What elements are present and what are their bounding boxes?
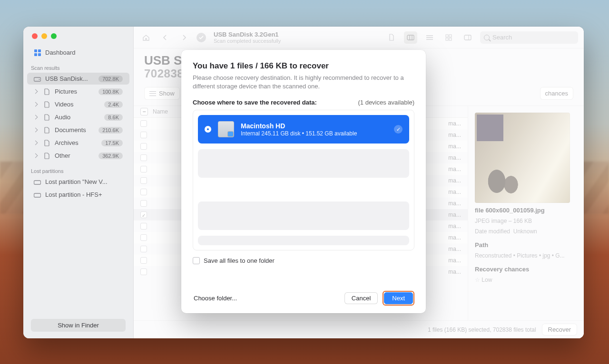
harddrive-icon bbox=[218, 121, 234, 137]
cancel-button[interactable]: Cancel bbox=[344, 292, 378, 304]
status-check-icon bbox=[196, 33, 206, 42]
sidebar-item-other[interactable]: Other 362.9K bbox=[27, 150, 129, 162]
file-icon bbox=[43, 126, 50, 134]
window-controls[interactable] bbox=[23, 33, 133, 47]
app-window: Dashboard Scan results USB SanDisk... 70… bbox=[23, 27, 584, 338]
destination-device-list: Macintosh HD Internal 245.11 GB disk • 1… bbox=[193, 110, 414, 250]
row-checkbox[interactable] bbox=[140, 177, 147, 184]
preview-filename: file 600x600_001059.jpg bbox=[475, 207, 577, 214]
chevron-right-icon bbox=[34, 115, 38, 120]
dialog-where-label: Choose where to save the recovered data: bbox=[193, 99, 317, 106]
row-checkbox[interactable] bbox=[140, 257, 147, 264]
destination-device[interactable]: Macintosh HD Internal 245.11 GB disk • 1… bbox=[198, 115, 409, 144]
row-checkbox[interactable] bbox=[140, 132, 147, 138]
forward-button[interactable] bbox=[177, 31, 191, 44]
row-tail: ma... bbox=[448, 257, 461, 264]
view-columns-button[interactable] bbox=[404, 31, 417, 44]
sidebar-dashboard[interactable]: Dashboard bbox=[27, 47, 129, 58]
search-icon bbox=[484, 35, 490, 40]
close-window-icon[interactable] bbox=[32, 33, 38, 39]
svg-rect-7 bbox=[446, 38, 448, 40]
sidebar-item-label: Audio bbox=[55, 114, 70, 121]
filter-chances[interactable]: chances bbox=[540, 87, 573, 100]
svg-rect-5 bbox=[446, 35, 448, 37]
status-bar: 1 files (166 KB) selected, 702838 files … bbox=[134, 320, 584, 338]
chevron-right-icon bbox=[34, 141, 38, 145]
row-checkbox[interactable] bbox=[140, 234, 147, 241]
toolbar: USB SanDisk 3.2Gen1 Scan completed succe… bbox=[134, 27, 584, 48]
sidebar-item-archives[interactable]: Archives 17.5K bbox=[27, 137, 129, 149]
row-checkbox[interactable] bbox=[140, 211, 147, 218]
row-checkbox[interactable] bbox=[140, 189, 147, 195]
filter-chances-label: chances bbox=[545, 90, 568, 97]
preview-path-label: Path bbox=[475, 241, 577, 249]
save-all-label: Save all files to one folder bbox=[204, 257, 275, 264]
row-checkbox[interactable] bbox=[140, 166, 147, 172]
sidebar-item-badge: 100.8K bbox=[98, 88, 123, 95]
show-in-finder-button[interactable]: Show in Finder bbox=[31, 319, 126, 332]
sidebar-item-pictures[interactable]: Pictures 100.8K bbox=[27, 86, 129, 97]
device-subtitle: Internal 245.11 GB disk • 151.52 GB avai… bbox=[241, 130, 357, 137]
next-button[interactable]: Next bbox=[384, 292, 413, 304]
sidebar-dashboard-label: Dashboard bbox=[45, 49, 76, 56]
sidebar-item-label: Lost partition "New V... bbox=[45, 178, 108, 185]
sidebar: Dashboard Scan results USB SanDisk... 70… bbox=[23, 27, 134, 338]
file-icon bbox=[43, 101, 50, 108]
home-button[interactable] bbox=[139, 31, 153, 44]
row-tail: ma... bbox=[448, 166, 461, 172]
save-all-checkbox[interactable] bbox=[193, 257, 200, 264]
sidebar-item-label: Videos bbox=[55, 101, 74, 108]
sidebar-item-label: Pictures bbox=[55, 88, 77, 95]
sidebar-section-lost-partitions: Lost partitions bbox=[23, 163, 133, 176]
destination-device-placeholder bbox=[198, 236, 409, 245]
row-checkbox[interactable] bbox=[140, 246, 147, 252]
svg-point-1 bbox=[39, 79, 40, 80]
sidebar-item-videos[interactable]: Videos 2.4K bbox=[27, 98, 129, 110]
svg-rect-9 bbox=[464, 35, 471, 40]
preview-panel: file 600x600_001059.jpg JPEG image – 166… bbox=[468, 106, 584, 320]
view-list-button[interactable] bbox=[423, 31, 436, 44]
row-tail: ma... bbox=[448, 234, 461, 241]
sidebar-lost-partition[interactable]: Lost partition - HFS+ bbox=[27, 189, 129, 201]
new-file-button[interactable] bbox=[385, 31, 398, 44]
minimize-window-icon[interactable] bbox=[41, 33, 47, 39]
filter-show[interactable]: Show bbox=[144, 87, 180, 100]
file-icon bbox=[43, 88, 50, 95]
row-tail: ma... bbox=[448, 189, 461, 195]
row-checkbox[interactable] bbox=[140, 120, 147, 127]
choose-folder-button[interactable]: Choose folder... bbox=[193, 293, 238, 304]
checkmark-icon: ✓ bbox=[394, 125, 403, 134]
row-tail: ma... bbox=[448, 200, 461, 207]
recover-button[interactable]: Recover bbox=[542, 324, 577, 335]
sidebar-item-audio[interactable]: Audio 8.6K bbox=[27, 111, 129, 123]
zoom-window-icon[interactable] bbox=[51, 33, 57, 39]
preview-date-value: Unknown bbox=[513, 228, 537, 235]
radio-selected-icon[interactable] bbox=[205, 126, 211, 133]
sidebar-lost-partition[interactable]: Lost partition "New V... bbox=[27, 176, 129, 188]
destination-device-placeholder bbox=[198, 149, 409, 178]
file-icon bbox=[43, 139, 50, 146]
back-button[interactable] bbox=[158, 31, 172, 44]
chevron-right-icon bbox=[34, 102, 38, 107]
sidebar-item-documents[interactable]: Documents 210.6K bbox=[27, 124, 129, 136]
row-checkbox[interactable] bbox=[140, 223, 147, 230]
toggle-sidebar-button[interactable] bbox=[461, 31, 474, 44]
preview-chances-value: Low bbox=[481, 277, 492, 283]
dashboard-icon bbox=[34, 49, 41, 56]
row-tail: ma... bbox=[448, 223, 461, 230]
drive-icon bbox=[34, 75, 41, 82]
sidebar-item-drive[interactable]: USB SanDisk... 702.8K bbox=[27, 73, 129, 85]
sidebar-item-label: Lost partition - HFS+ bbox=[45, 191, 102, 198]
row-checkbox[interactable] bbox=[140, 154, 147, 161]
chevron-right-icon bbox=[34, 128, 38, 133]
select-all-checkbox[interactable]: − bbox=[140, 108, 148, 115]
dialog-subtitle: Please choose recovery destination. It i… bbox=[193, 74, 414, 90]
row-checkbox[interactable] bbox=[140, 200, 147, 207]
view-grid-button[interactable] bbox=[442, 31, 455, 44]
svg-rect-2 bbox=[34, 181, 41, 184]
row-checkbox[interactable] bbox=[140, 143, 147, 150]
svg-rect-3 bbox=[34, 193, 41, 197]
search-input[interactable]: Search bbox=[480, 31, 578, 44]
row-checkbox[interactable] bbox=[140, 268, 147, 275]
preview-thumbnail bbox=[475, 113, 570, 203]
